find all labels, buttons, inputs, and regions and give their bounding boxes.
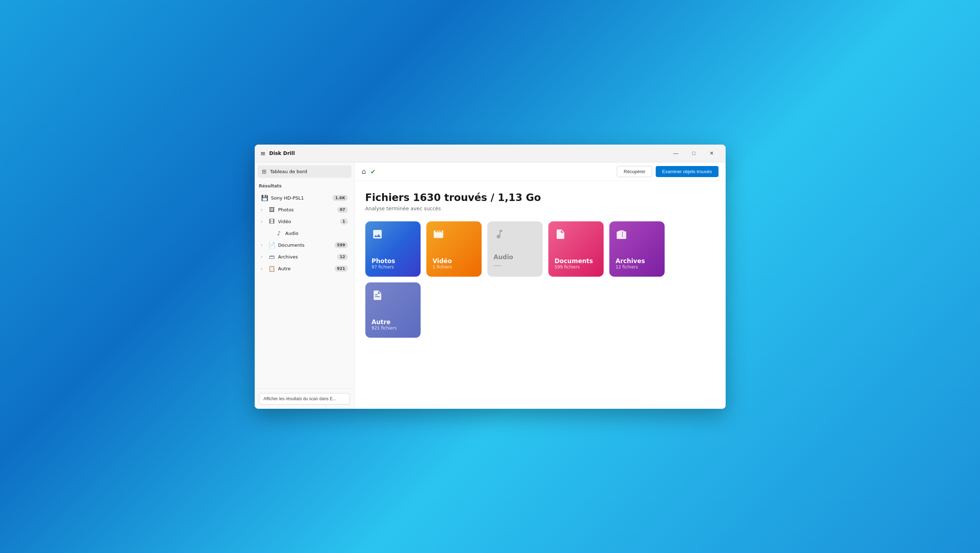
card-video-count: 1 fichiers — [433, 265, 475, 269]
card-autre-count: 921 fichiers — [372, 325, 414, 331]
card-photos-icon — [372, 228, 414, 242]
home-icon[interactable]: ⌂ — [362, 167, 366, 176]
nav-badge-photos: 97 — [337, 207, 347, 213]
card-documents-icon — [555, 228, 597, 242]
disk-icon: 💾 — [261, 194, 268, 201]
sidebar-item-audio[interactable]: ♪ Audio — [258, 228, 352, 239]
sidebar: ⊞ Tableau de bord Résultats 💾 Sony HD-PS… — [255, 163, 355, 409]
content-area: ⌂ ✔ Récupérer Examiner objets trouvés Fi… — [355, 163, 725, 409]
content-header: ⌂ ✔ Récupérer Examiner objets trouvés — [355, 163, 725, 181]
check-circle-icon: ✔ — [370, 168, 375, 175]
card-photos-label: Photos — [372, 257, 414, 265]
card-video[interactable]: Vidéo 1 fichiers — [426, 222, 482, 277]
card-documents[interactable]: Documents 599 fichiers — [548, 222, 604, 277]
chevron-video-icon: › — [261, 220, 266, 223]
card-audio-icon — [494, 228, 536, 242]
results-section: Résultats — [255, 181, 354, 192]
card-video-label: Vidéo — [433, 257, 475, 265]
nav-label-photos: Photos — [278, 207, 335, 212]
dashboard-icon: ⊞ — [262, 168, 266, 175]
card-video-icon — [433, 228, 475, 242]
cards-grid: Photos 97 fichiers Vidéo 1 fichiers — [365, 222, 715, 338]
nav-label-autre: Autre — [278, 266, 332, 271]
card-archives-count: 12 fichiers — [616, 265, 658, 269]
chevron-documents-icon: › — [261, 243, 266, 247]
content-body: Fichiers 1630 trouvés / 1,13 Go Analyse … — [355, 181, 725, 409]
recuperer-button[interactable]: Récupérer — [617, 166, 652, 177]
minimize-button[interactable]: — — [668, 147, 684, 159]
maximize-button[interactable]: □ — [686, 147, 702, 159]
photos-icon: 🖼 — [268, 206, 275, 213]
autre-icon: 📋 — [268, 265, 275, 272]
page-subtitle: Analyse terminée avec succès — [365, 206, 715, 211]
sidebar-item-video[interactable]: › 🎞 Vidéo 1 — [258, 216, 352, 228]
card-autre-icon — [372, 290, 414, 303]
chevron-archives-icon: › — [261, 255, 266, 259]
documents-icon: 📄 — [268, 242, 275, 249]
header-actions: Récupérer Examiner objets trouvés — [617, 166, 718, 177]
title-bar-left: ≡ Disk Drill — [261, 150, 668, 157]
sidebar-item-photos[interactable]: › 🖼 Photos 97 — [258, 204, 352, 216]
nav-badge-archives: 12 — [337, 254, 347, 260]
sidebar-item-documents[interactable]: › 📄 Documents 599 — [258, 239, 352, 251]
sidebar-item-autre[interactable]: › 📋 Autre 921 — [258, 263, 352, 274]
card-photos[interactable]: Photos 97 fichiers — [365, 222, 421, 277]
dashboard-label: Tableau de bord — [270, 169, 307, 174]
sidebar-top: ⊞ Tableau de bord — [255, 163, 354, 181]
app-title: Disk Drill — [269, 150, 295, 156]
nav-label-documents: Documents — [278, 242, 332, 248]
app-window: ≡ Disk Drill — □ ✕ ⊞ Tableau de bord Rés… — [255, 145, 725, 409]
card-autre-label: Autre — [372, 319, 414, 325]
menu-icon[interactable]: ≡ — [261, 150, 266, 157]
card-audio[interactable]: Audio — — [487, 222, 542, 277]
page-title: Fichiers 1630 trouvés / 1,13 Go — [365, 192, 715, 204]
sidebar-item-sony[interactable]: 💾 Sony HD-PSL1 1.6K — [258, 192, 352, 204]
card-archives-icon — [616, 228, 658, 242]
card-archives[interactable]: Archives 12 fichiers — [609, 222, 665, 277]
main-layout: ⊞ Tableau de bord Résultats 💾 Sony HD-PS… — [255, 163, 725, 409]
card-documents-label: Documents — [555, 257, 597, 265]
card-autre[interactable]: Autre 921 fichiers — [365, 282, 421, 338]
card-audio-dash: — — [494, 261, 536, 269]
card-documents-count: 599 fichiers — [555, 265, 597, 269]
video-icon: 🎞 — [268, 218, 275, 225]
show-in-explorer-button[interactable]: Afficher les résultats du scan dans E... — [259, 393, 350, 405]
nav-label-video: Vidéo — [278, 219, 337, 224]
nav-badge-video: 1 — [340, 218, 348, 225]
archives-icon: 🗃 — [268, 253, 275, 260]
examiner-button[interactable]: Examiner objets trouvés — [656, 166, 718, 177]
title-bar-controls: — □ ✕ — [668, 147, 720, 159]
title-bar: ≡ Disk Drill — □ ✕ — [255, 145, 725, 163]
chevron-autre-icon: › — [261, 267, 266, 271]
sidebar-nav: 💾 Sony HD-PSL1 1.6K › 🖼 Photos 97 › 🎞 Vi… — [255, 192, 354, 389]
close-button[interactable]: ✕ — [703, 147, 720, 159]
nav-badge-documents: 599 — [335, 242, 348, 248]
nav-label-sony: Sony HD-PSL1 — [271, 195, 330, 201]
results-heading: Résultats — [259, 183, 350, 188]
card-photos-count: 97 fichiers — [372, 265, 414, 269]
card-audio-label: Audio — [494, 253, 536, 261]
audio-icon: ♪ — [275, 230, 283, 237]
sidebar-item-archives[interactable]: › 🗃 Archives 12 — [258, 251, 352, 263]
card-archives-label: Archives — [616, 257, 658, 265]
sidebar-footer: Afficher les résultats du scan dans E... — [255, 389, 354, 409]
nav-label-audio: Audio — [285, 231, 348, 236]
sidebar-item-dashboard[interactable]: ⊞ Tableau de bord — [258, 165, 352, 178]
chevron-photos-icon: › — [261, 208, 266, 212]
nav-label-archives: Archives — [278, 254, 335, 260]
nav-badge-sony: 1.6K — [332, 195, 347, 201]
nav-badge-autre: 921 — [335, 266, 348, 272]
